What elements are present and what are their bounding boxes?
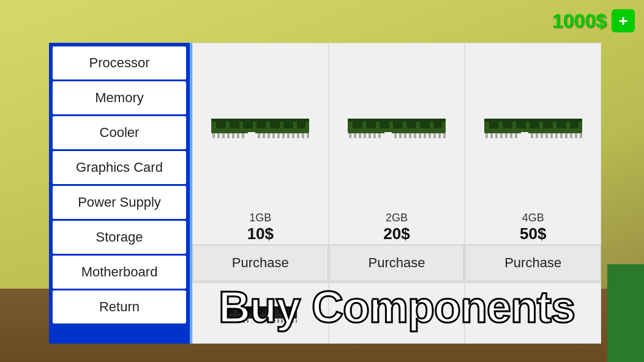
svg-rect-7 [283, 121, 293, 128]
svg-rect-47 [404, 133, 406, 138]
svg-rect-41 [364, 133, 366, 138]
product-row2 [192, 282, 601, 344]
svg-rect-46 [399, 133, 402, 138]
sidebar-item-return[interactable]: Return [53, 290, 186, 323]
svg-rect-77 [550, 133, 553, 138]
svg-rect-8 [297, 121, 305, 128]
product-price-1gb: 10$ [193, 224, 328, 243]
svg-rect-75 [541, 133, 543, 138]
money-display: 1000$ + [552, 9, 635, 32]
svg-rect-53 [433, 133, 436, 138]
svg-rect-108 [285, 319, 286, 323]
svg-rect-42 [369, 133, 371, 138]
product-size-4gb: 4GB [465, 212, 601, 224]
svg-rect-36 [433, 121, 442, 128]
sidebar-item-graphics-card[interactable]: Graphics Card [53, 151, 186, 184]
svg-rect-102 [263, 319, 264, 323]
ram-icon-dark-1 [223, 303, 297, 323]
svg-rect-18 [263, 133, 265, 138]
svg-rect-44 [378, 133, 381, 138]
sidebar-item-memory[interactable]: Memory [53, 81, 186, 114]
svg-rect-23 [287, 133, 290, 138]
svg-rect-66 [485, 133, 488, 138]
svg-rect-72 [515, 133, 517, 138]
svg-rect-9 [248, 132, 255, 138]
main-container: Processor Memory Cooler Graphics Card Po… [49, 43, 601, 344]
svg-rect-17 [258, 133, 260, 138]
svg-rect-33 [393, 121, 403, 128]
svg-rect-27 [307, 133, 309, 138]
sidebar-item-power-supply[interactable]: Power Supply [53, 186, 186, 219]
svg-rect-103 [266, 319, 268, 323]
svg-rect-40 [359, 133, 361, 138]
svg-rect-87 [237, 308, 244, 314]
product-info-2gb: 2GB 20$ [329, 208, 465, 245]
svg-rect-90 [268, 308, 275, 314]
product-price-4gb: 50$ [465, 224, 601, 243]
svg-rect-26 [302, 133, 304, 138]
svg-rect-89 [258, 308, 265, 314]
svg-rect-86 [227, 308, 234, 314]
svg-rect-60 [516, 121, 526, 128]
svg-rect-63 [556, 121, 566, 128]
svg-rect-2 [216, 121, 226, 128]
svg-rect-62 [543, 121, 553, 128]
svg-rect-34 [406, 121, 416, 128]
svg-rect-4 [243, 121, 253, 128]
product-size-1gb: 1GB [193, 212, 328, 224]
ram-icon-2gb [348, 114, 446, 138]
svg-rect-68 [495, 133, 498, 138]
svg-rect-32 [380, 121, 389, 128]
svg-rect-93 [251, 319, 257, 323]
svg-rect-12 [222, 133, 225, 138]
svg-rect-74 [536, 133, 538, 138]
svg-rect-105 [274, 319, 275, 323]
svg-rect-110 [292, 319, 294, 323]
content-area: 1GB 10$ Purchase [190, 43, 601, 344]
svg-rect-37 [384, 132, 392, 138]
svg-rect-104 [270, 319, 272, 323]
svg-rect-107 [281, 319, 283, 323]
purchase-button-4gb[interactable]: Purchase [465, 245, 601, 281]
sidebar-item-processor[interactable]: Processor [53, 46, 186, 79]
svg-rect-91 [279, 308, 286, 314]
svg-rect-81 [570, 133, 572, 138]
svg-rect-13 [227, 133, 230, 138]
svg-rect-76 [545, 133, 548, 138]
svg-rect-6 [270, 121, 280, 128]
svg-rect-11 [217, 133, 220, 138]
svg-rect-78 [555, 133, 558, 138]
product-cell2-3 [465, 283, 601, 344]
svg-rect-21 [277, 133, 280, 138]
product-cell-4gb: 4GB 50$ Purchase [465, 43, 601, 282]
svg-rect-43 [373, 133, 376, 138]
svg-rect-3 [230, 121, 239, 128]
svg-rect-99 [243, 319, 245, 323]
purchase-button-2gb[interactable]: Purchase [329, 245, 465, 281]
svg-rect-15 [237, 133, 239, 138]
add-money-button[interactable]: + [612, 9, 635, 32]
money-amount: 1000$ [552, 10, 607, 32]
sidebar-item-cooler[interactable]: Cooler [53, 116, 186, 149]
product-cell-2gb: 2GB 20$ Purchase [329, 43, 465, 282]
product-info-1gb: 1GB 10$ [193, 208, 328, 245]
svg-rect-52 [429, 133, 431, 138]
product-cell2-1 [192, 283, 329, 344]
svg-rect-101 [259, 319, 261, 323]
product-price-2gb: 20$ [329, 224, 465, 243]
svg-rect-19 [268, 133, 270, 138]
svg-rect-71 [510, 133, 512, 138]
purchase-button-1gb[interactable]: Purchase [193, 245, 328, 281]
svg-rect-54 [438, 133, 441, 138]
svg-rect-20 [272, 133, 275, 138]
svg-rect-49 [414, 133, 416, 138]
svg-rect-88 [247, 308, 255, 314]
svg-rect-67 [490, 133, 493, 138]
sidebar-item-storage[interactable]: Storage [53, 221, 186, 254]
svg-rect-50 [419, 133, 421, 138]
svg-rect-100 [247, 319, 249, 323]
sidebar-item-motherboard[interactable]: Motherboard [53, 256, 186, 289]
svg-rect-109 [288, 319, 290, 323]
svg-rect-61 [530, 121, 539, 128]
product-cell-1gb: 1GB 10$ Purchase [192, 43, 329, 282]
